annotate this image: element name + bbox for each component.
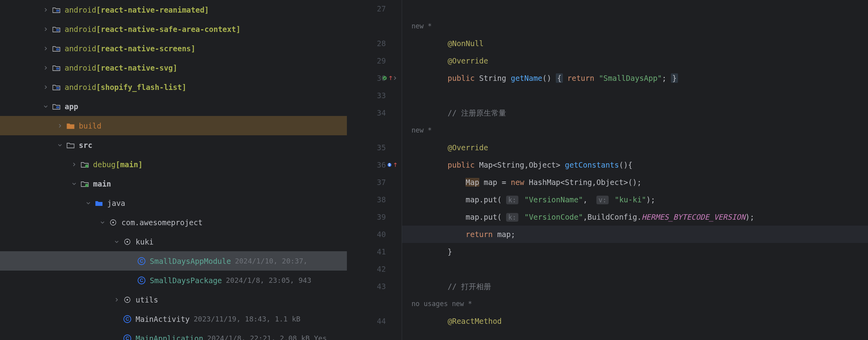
tree-item-mainapplication[interactable]: CMainApplication2024/1/8, 22:21, 2.08 kB… — [0, 329, 347, 340]
svg-rect-19 — [58, 88, 59, 89]
tree-item-android[interactable]: android [react-native-svg] — [0, 58, 347, 77]
svg-rect-2 — [58, 10, 58, 12]
tree-item-src[interactable]: src — [0, 135, 347, 155]
tree-item-meta: 2023/11/19, 18:43, 1.1 kB — [194, 315, 300, 323]
chevron-down-icon[interactable] — [43, 103, 49, 110]
tree-item-label: kuki — [136, 237, 154, 246]
tree-item-meta: 2024/1/8, 23:05, 943 — [226, 276, 311, 284]
tree-item-utils[interactable]: utils — [0, 290, 347, 309]
tree-item-android[interactable]: android [react-native-screens] — [0, 39, 347, 58]
chevron-right-icon[interactable] — [57, 123, 63, 129]
class-icon: C — [137, 276, 146, 285]
tree-item-label: SmallDaysPackage — [150, 276, 222, 285]
svg-rect-3 — [58, 11, 59, 11]
svg-point-27 — [112, 222, 114, 223]
tree-item-debug[interactable]: debug [main] — [0, 155, 347, 174]
code-editor[interactable]: 27 28 29 30 33 34 35 36 O 37 38 39 40 41… — [347, 0, 868, 340]
tree-item-label: android — [65, 25, 96, 34]
svg-text:C: C — [126, 336, 129, 340]
svg-text:O: O — [389, 163, 391, 167]
folder-src-icon — [80, 179, 89, 188]
svg-rect-1 — [57, 11, 57, 12]
tree-item-tag: [react-native-safe-area-context] — [96, 25, 240, 34]
tree-item-label: MainActivity — [136, 315, 190, 323]
tree-item-smalldaysappmodule[interactable]: CSmallDaysAppModule2024/1/10, 20:37, — [0, 251, 347, 271]
tree-item-label: android — [65, 44, 96, 53]
inlay-hint: new * — [402, 121, 868, 139]
tree-item-label: debug — [93, 160, 115, 169]
tree-item-meta: 2024/1/8, 22:21, 2.08 kB Yes — [207, 334, 327, 340]
chevron-none-icon — [128, 258, 134, 264]
gutter-override-icon[interactable]: O — [387, 162, 397, 168]
svg-rect-18 — [58, 88, 58, 89]
svg-point-24 — [85, 164, 88, 168]
project-tree-sidebar: android [react-native-reanimated]android… — [0, 0, 347, 340]
chevron-right-icon[interactable] — [43, 26, 49, 32]
tree-item-label: android — [65, 6, 96, 14]
svg-rect-17 — [57, 88, 57, 89]
folder-src-icon — [80, 160, 89, 169]
chevron-right-icon[interactable] — [43, 7, 49, 13]
chevron-down-icon[interactable] — [85, 200, 91, 206]
chevron-right-icon[interactable] — [43, 84, 49, 90]
tree-item-label: utils — [136, 295, 158, 304]
tree-item-meta: 2024/1/10, 20:37, — [235, 257, 307, 265]
gutter-marker-icon[interactable] — [383, 75, 397, 81]
tree-item-tag: [react-native-screens] — [96, 44, 196, 53]
chevron-right-icon[interactable] — [114, 297, 120, 303]
tree-item-label: src — [79, 141, 92, 149]
tree-item-main[interactable]: main — [0, 174, 347, 193]
svg-rect-11 — [58, 49, 59, 50]
tree-item-label: com.awesomeproject — [121, 218, 203, 227]
inlay-hint: no usages new * — [402, 295, 868, 312]
class-icon: C — [123, 315, 132, 323]
chevron-none-icon — [128, 277, 134, 284]
tree-item-build[interactable]: build — [0, 116, 347, 135]
tree-item-smalldayspackage[interactable]: CSmallDaysPackage2024/1/8, 23:05, 943 — [0, 271, 347, 290]
svg-point-29 — [127, 241, 128, 243]
svg-text:C: C — [140, 278, 143, 283]
svg-rect-13 — [57, 69, 57, 70]
folder-excl-icon — [66, 121, 75, 130]
tree-item-label: build — [79, 121, 101, 130]
tree-item-java[interactable]: java — [0, 193, 347, 213]
tree-item-label: app — [65, 102, 78, 111]
module-icon — [52, 83, 61, 92]
tree-item-mainactivity[interactable]: CMainActivity2023/11/19, 18:43, 1.1 kB — [0, 309, 347, 329]
svg-rect-21 — [57, 107, 57, 108]
chevron-down-icon[interactable] — [114, 239, 120, 245]
code-area[interactable]: new * @NonNull @Override public String g… — [402, 0, 868, 340]
module-icon — [52, 102, 61, 111]
chevron-right-icon[interactable] — [43, 65, 49, 71]
svg-rect-15 — [58, 69, 59, 69]
module-icon — [52, 6, 61, 14]
tree-item-label: android — [65, 64, 96, 72]
editor-gutter: 27 28 29 30 33 34 35 36 O 37 38 39 40 41… — [347, 0, 402, 340]
package-icon — [109, 218, 117, 227]
tree-item-label: android — [65, 83, 96, 92]
svg-text:C: C — [126, 316, 129, 322]
svg-rect-9 — [57, 49, 57, 50]
tree-item-android[interactable]: android [react-native-reanimated] — [0, 0, 347, 19]
chevron-right-icon[interactable] — [43, 45, 49, 52]
inlay-hint: new * — [402, 17, 868, 35]
chevron-down-icon[interactable] — [57, 142, 63, 148]
package-icon — [123, 237, 132, 246]
tree-item-app[interactable]: app — [0, 97, 347, 116]
svg-text:C: C — [140, 258, 143, 264]
tree-item-label: java — [107, 199, 125, 207]
tree-item-android[interactable]: android [shopify_flash-list] — [0, 77, 347, 97]
svg-rect-6 — [58, 30, 58, 31]
chevron-down-icon[interactable] — [99, 219, 106, 226]
module-icon — [52, 64, 61, 72]
chevron-none-icon — [114, 335, 120, 340]
chevron-none-icon — [114, 316, 120, 322]
tree-item-android[interactable]: android [react-native-safe-area-context] — [0, 19, 347, 39]
tree-item-com-awesomeproject[interactable]: com.awesomeproject — [0, 213, 347, 232]
folder-icon — [66, 141, 75, 149]
chevron-down-icon[interactable] — [71, 181, 77, 187]
chevron-right-icon[interactable] — [71, 161, 77, 168]
tree-item-kuki[interactable]: kuki — [0, 232, 347, 251]
svg-rect-23 — [58, 107, 59, 108]
svg-rect-7 — [58, 30, 59, 31]
